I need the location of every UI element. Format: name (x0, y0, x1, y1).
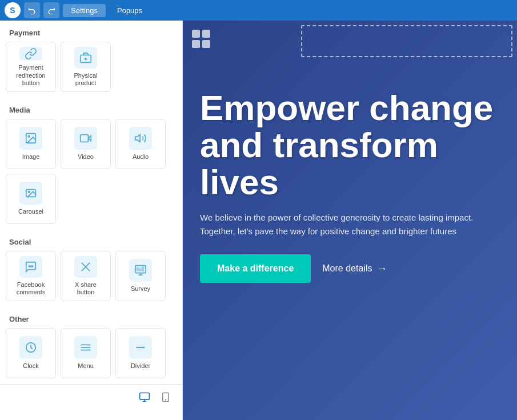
hero-content: Empower change and transform lives We be… (189, 78, 511, 294)
svg-point-11 (30, 266, 31, 267)
widget-facebook-comments[interactable]: Facebook comments (6, 251, 56, 301)
section-title-media: Media (0, 98, 182, 119)
section-title-social: Social (0, 230, 182, 251)
hero-subtitle: We believe in the power of collective ge… (200, 211, 474, 238)
widget-clock[interactable]: Clock (6, 328, 56, 378)
grid-dot-3 (192, 40, 200, 48)
cta-secondary-label: More details (322, 263, 372, 274)
main-area: Payment Payment redirection button (0, 21, 517, 420)
x-share-icon (74, 256, 97, 278)
widget-payment-redirection-button[interactable]: Payment redirection button (6, 42, 56, 92)
section-title-other: Other (0, 307, 182, 328)
widget-label-payment-redirection: Payment redirection button (11, 64, 51, 87)
widget-menu[interactable]: Menu (61, 328, 111, 378)
widget-label-divider: Divider (131, 362, 150, 370)
widget-x-share-button[interactable]: X share button (61, 251, 111, 301)
redo-button[interactable] (43, 2, 59, 18)
hero-title: Empower change and transform lives (200, 89, 500, 201)
grid-dot-4 (202, 40, 210, 48)
cta-primary-button[interactable]: Make a difference (200, 254, 311, 283)
widget-physical-product[interactable]: Physical product (61, 42, 111, 92)
carousel-icon (19, 182, 42, 205)
svg-rect-17 (139, 269, 141, 271)
grid-dot-2 (202, 30, 210, 38)
divider-icon (129, 336, 152, 359)
widget-audio[interactable]: Audio (115, 119, 166, 169)
video-icon (74, 127, 97, 150)
svg-rect-24 (140, 393, 150, 400)
desktop-device-button[interactable] (137, 389, 153, 408)
svg-rect-18 (142, 267, 144, 271)
widget-video[interactable]: Video (61, 119, 111, 169)
undo-button[interactable] (24, 2, 40, 18)
physical-product-icon (74, 47, 97, 69)
topbar: S Settings Popups (0, 0, 517, 21)
widget-label-video: Video (78, 153, 94, 161)
widget-label-facebook-comments: Facebook comments (11, 281, 51, 296)
widget-label-survey: Survey (131, 285, 150, 293)
grid-layout-icon[interactable] (192, 30, 210, 48)
sidebar-bottom (0, 384, 182, 413)
menu-icon (74, 336, 97, 359)
sidebar: Payment Payment redirection button (0, 21, 183, 420)
image-icon (19, 127, 42, 150)
link-icon (19, 47, 42, 61)
widget-label-clock: Clock (23, 362, 39, 370)
svg-point-10 (29, 266, 30, 267)
svg-point-4 (28, 136, 30, 138)
clock-icon (19, 336, 42, 359)
widget-grid-media: Image Video (0, 119, 182, 230)
widget-grid-other: Clock Menu Divider (0, 328, 182, 384)
widget-carousel[interactable]: Carousel (6, 174, 56, 224)
selection-box (301, 25, 512, 57)
svg-point-9 (28, 191, 30, 193)
widget-survey[interactable]: Survey (115, 251, 166, 301)
widget-label-audio: Audio (133, 153, 149, 161)
svg-point-12 (32, 266, 33, 267)
logo: S (5, 2, 21, 18)
widget-image[interactable]: Image (6, 119, 56, 169)
widget-grid-social: Facebook comments X share button (0, 251, 182, 307)
mobile-device-button[interactable] (158, 389, 173, 408)
widget-label-x-share: X share button (66, 281, 106, 296)
audio-icon (129, 127, 152, 150)
arrow-right-icon: → (376, 263, 387, 275)
widget-grid-payment: Payment redirection button Physical prod… (0, 42, 182, 98)
survey-icon (129, 259, 152, 282)
widget-label-menu: Menu (78, 362, 94, 370)
cta-secondary-button[interactable]: More details → (322, 263, 387, 275)
widget-divider[interactable]: Divider (115, 328, 166, 378)
widget-label-carousel: Carousel (18, 208, 43, 215)
section-title-payment: Payment (0, 21, 182, 42)
facebook-comments-icon (19, 256, 42, 278)
svg-rect-5 (81, 135, 89, 142)
svg-marker-7 (135, 135, 140, 142)
preview-area: Empower change and transform lives We be… (183, 21, 517, 420)
svg-rect-16 (137, 268, 139, 271)
widget-label-image: Image (22, 153, 40, 161)
settings-tab[interactable]: Settings (63, 4, 106, 17)
popups-tab[interactable]: Popups (109, 4, 150, 17)
hero-buttons: Make a difference More details → (200, 254, 500, 283)
grid-dot-1 (192, 30, 200, 38)
widget-label-physical-product: Physical product (66, 72, 106, 87)
